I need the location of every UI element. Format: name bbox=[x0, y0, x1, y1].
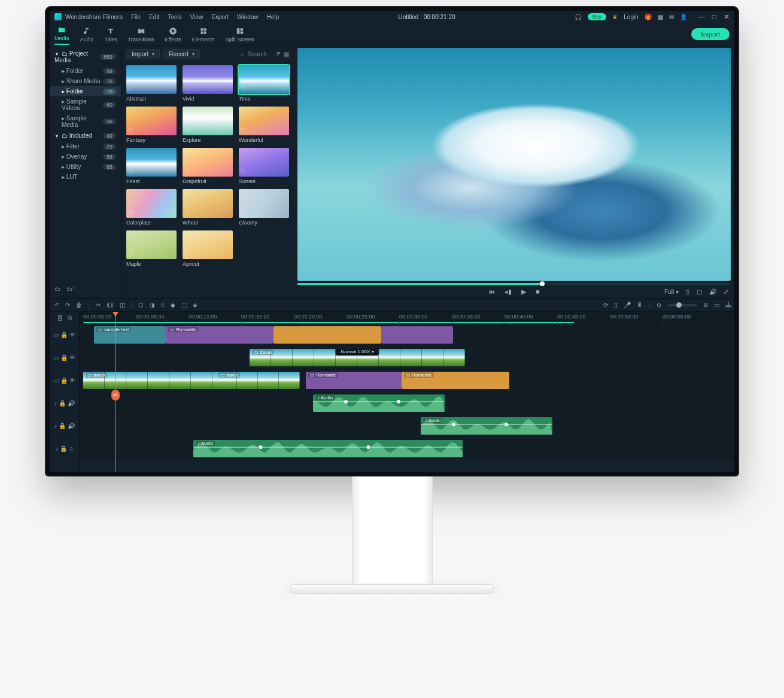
audio-clip[interactable]: ♪ Audio bbox=[313, 394, 445, 412]
clip[interactable]: ▭ Romantic bbox=[306, 372, 402, 389]
marker-icon[interactable]: ▢ bbox=[697, 289, 702, 295]
time-ruler[interactable]: 00:00:00:0000:00:05:0000:00:10:0000:00:1… bbox=[80, 312, 734, 324]
side-sample-videos[interactable]: ▸ Sample Videos60 bbox=[50, 96, 121, 113]
trim-icon[interactable]: ⟪⟫ bbox=[107, 302, 114, 308]
favorite-icon[interactable]: ♡ bbox=[241, 168, 246, 175]
tracks-options-icon[interactable]: ⧉ bbox=[68, 314, 72, 321]
favorite-icon[interactable]: ♡ bbox=[241, 210, 246, 216]
audio-track-2[interactable]: ♪ Audio bbox=[80, 415, 734, 438]
side-folder-1[interactable]: ▸ Folder89 bbox=[50, 66, 121, 76]
new-folder-icon[interactable]: 🗀 bbox=[54, 286, 60, 292]
video-clip[interactable]: ▭ travel bbox=[216, 372, 300, 389]
sideh-included[interactable]: ▼🗀 Included 49 bbox=[50, 130, 121, 141]
color-icon[interactable]: ◑ bbox=[150, 302, 155, 308]
favorite-icon[interactable]: ♡ bbox=[241, 127, 246, 133]
window-maximize[interactable]: □ bbox=[712, 13, 716, 21]
video-clip[interactable]: ▭ travelNormal 1.00X ▾ bbox=[250, 349, 465, 366]
favorite-icon[interactable]: ♡ bbox=[184, 251, 190, 257]
thumb-wheat[interactable]: ♡Wheat bbox=[183, 189, 233, 226]
import-dropdown[interactable]: Import bbox=[126, 49, 160, 59]
gift-icon[interactable]: 🎁 bbox=[645, 14, 652, 20]
track-head-a2[interactable]: ♪ 🔒 🔊 bbox=[50, 415, 79, 438]
voiceover-icon[interactable]: 🎤 bbox=[624, 302, 631, 308]
headset-icon[interactable]: 🎧 bbox=[575, 14, 582, 20]
favorite-icon[interactable]: ♡ bbox=[184, 210, 190, 216]
grid-view-icon[interactable]: ▦ bbox=[284, 51, 289, 57]
window-minimize[interactable]: — bbox=[698, 13, 705, 21]
audio-clip[interactable]: ♪ Audio bbox=[421, 417, 552, 435]
motion-icon[interactable]: ◈ bbox=[193, 302, 197, 308]
menu-export[interactable]: Export bbox=[211, 14, 229, 20]
thumb-grapefruit[interactable]: ♡Grapefruit bbox=[183, 148, 233, 184]
thumb-feast[interactable]: ♡Feast bbox=[126, 148, 177, 184]
favorite-icon[interactable]: ♡ bbox=[184, 168, 190, 175]
timeline-settings-icon[interactable]: 𝍦 bbox=[725, 301, 730, 309]
side-filter[interactable]: ▸ Filter29 bbox=[50, 141, 121, 151]
tab-effects[interactable]: Effects bbox=[165, 27, 181, 45]
new-bin-icon[interactable]: 🗀⁺ bbox=[66, 286, 75, 292]
clip[interactable] bbox=[381, 326, 453, 344]
side-share-media[interactable]: ▸ Share Media78 bbox=[50, 76, 121, 86]
greenscreen-icon[interactable]: ⬚ bbox=[181, 302, 187, 308]
export-button[interactable]: Export bbox=[691, 28, 730, 40]
delete-icon[interactable]: 🗑 bbox=[76, 302, 82, 308]
speed-icon[interactable]: ⬡ bbox=[138, 302, 144, 308]
favorite-icon[interactable]: ♡ bbox=[128, 127, 133, 133]
clip[interactable]: ▭ Romantic bbox=[402, 372, 509, 389]
snapshot-icon[interactable]: ⎙ bbox=[686, 289, 689, 295]
video-track-1[interactable]: ▭ sample text▭ Romantic bbox=[80, 324, 734, 347]
clip[interactable]: ▭ Romantic bbox=[166, 326, 274, 344]
login-link[interactable]: Login bbox=[624, 14, 638, 20]
side-lut[interactable]: ▸ LUT bbox=[50, 172, 121, 182]
tab-elements[interactable]: Elements bbox=[192, 27, 215, 45]
side-overlay[interactable]: ▸ Overlay56 bbox=[50, 151, 121, 162]
marker2-icon[interactable]: ▯ bbox=[614, 302, 618, 308]
tab-media[interactable]: Media bbox=[54, 26, 69, 45]
favorite-icon[interactable]: ♡ bbox=[184, 86, 190, 92]
thumb-explore[interactable]: ♡Explore bbox=[183, 107, 233, 143]
clip[interactable]: ▭ sample text bbox=[94, 326, 166, 344]
search-placeholder[interactable]: Search bbox=[248, 51, 267, 57]
menu-tools[interactable]: Tools bbox=[168, 14, 181, 20]
stop-button[interactable]: ■ bbox=[536, 288, 540, 296]
play-button[interactable]: ▶ bbox=[521, 288, 526, 296]
audio-track-1[interactable]: ♪ Audio bbox=[80, 392, 734, 415]
zoom-fit-icon[interactable]: ▭ bbox=[714, 302, 719, 308]
track-head-a3[interactable]: ♪ 🔒 ♫ bbox=[50, 438, 79, 460]
track-head-3[interactable]: ▭ 🔒 👁 bbox=[50, 369, 79, 392]
preview-canvas[interactable] bbox=[297, 48, 731, 281]
thumb-time[interactable]: ♡✔Time bbox=[239, 65, 289, 102]
side-folder-2[interactable]: ▸ Folder78 bbox=[50, 86, 121, 96]
mixer-icon[interactable]: 🎚 bbox=[637, 302, 643, 308]
crop-icon[interactable]: ◫ bbox=[120, 302, 125, 308]
redo-icon[interactable]: ↷ bbox=[65, 302, 70, 308]
video-track-3[interactable]: ✂ ▭ travel▭ travel▭ Romantic▭ Romantic bbox=[80, 369, 734, 392]
side-sample-media[interactable]: ▸ Sample Media56 bbox=[50, 113, 121, 130]
cue-marker[interactable]: ✂ bbox=[111, 390, 120, 400]
track-head-2[interactable]: ▭ 🔒 👁 bbox=[50, 347, 79, 369]
tab-audio[interactable]: Audio bbox=[80, 27, 94, 45]
zoom-in-icon[interactable]: ⊕ bbox=[703, 302, 708, 308]
favorite-icon[interactable]: ♡ bbox=[128, 251, 133, 257]
keyframe-icon[interactable]: ◆ bbox=[171, 302, 175, 308]
thumb-gloomy[interactable]: ♡Gloomy bbox=[239, 189, 289, 226]
volume-icon[interactable]: 🔊 bbox=[709, 289, 716, 295]
thumb-fantasy[interactable]: ♡Fantasy bbox=[126, 107, 177, 143]
menu-help[interactable]: Help bbox=[267, 14, 279, 20]
work-area-indicator[interactable] bbox=[83, 322, 574, 323]
speed-indicator[interactable]: Normal 1.00X ▾ bbox=[335, 349, 379, 356]
menu-view[interactable]: View bbox=[190, 14, 203, 20]
quality-dropdown[interactable]: Full ▾ bbox=[664, 289, 679, 295]
adjust-icon[interactable]: ≡ bbox=[161, 302, 165, 308]
mail-icon[interactable]: ✉ bbox=[669, 14, 674, 20]
split-icon[interactable]: ✂ bbox=[96, 302, 101, 308]
track-head-1[interactable]: ▭ 🔒 👁 bbox=[50, 324, 79, 347]
tab-titles[interactable]: Titles bbox=[105, 27, 117, 45]
thumb-vivid[interactable]: ♡Vivid bbox=[183, 65, 233, 102]
menu-file[interactable]: File bbox=[131, 14, 141, 20]
thumb-apricot[interactable]: ♡Apricot bbox=[183, 230, 233, 267]
thumb-abstract[interactable]: ♡Abstract bbox=[126, 65, 177, 102]
zoom-out-icon[interactable]: ⊖ bbox=[657, 302, 661, 308]
video-track-2[interactable]: ▭ travelNormal 1.00X ▾ bbox=[80, 347, 734, 369]
tracks-area[interactable]: 00:00:00:0000:00:05:0000:00:10:0000:00:1… bbox=[80, 312, 734, 472]
